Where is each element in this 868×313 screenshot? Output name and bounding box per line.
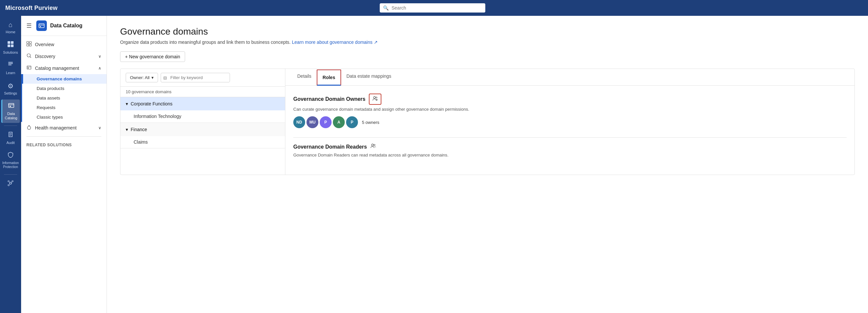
icon-nav: ⌂ Home Solutions Lear [0,16,21,313]
split-view: Owner: All ▾ ⊟ 10 governance domains ▾ C… [120,69,855,175]
readers-title: Governance Domain Readers [293,144,367,150]
audit-label: Audit [6,141,14,145]
data-catalog-icon [8,102,14,110]
domain-group-header-finance[interactable]: ▾ Finance [120,123,285,136]
hamburger-menu[interactable]: ☰ [25,21,33,31]
learn-label: Learn [6,71,15,75]
svg-rect-0 [8,41,10,44]
sidebar-sub-data-assets[interactable]: Data assets [22,93,106,103]
settings-icon: ⚙ [8,82,13,90]
search-icon: 🔍 [383,5,389,10]
domain-child-claims[interactable]: Claims [120,136,285,148]
svg-point-27 [27,54,30,57]
svg-rect-20 [39,24,44,28]
svg-rect-4 [8,62,13,63]
svg-point-32 [27,126,31,130]
info-protection-label: Information Protection [2,161,19,169]
owners-description: Can curate governance domain metadata an… [293,107,846,112]
owner-filter-label: Owner: All [130,75,150,80]
catalog-mgmt-chevron: ∧ [98,66,101,70]
settings-label: Settings [4,91,17,96]
svg-point-15 [12,180,13,182]
sidebar-item-overview[interactable]: Overview [21,39,106,50]
info-protection-icon [7,151,14,160]
health-mgmt-chevron: ∨ [98,126,101,130]
owners-avatars: ND MU P A P 5 owners [293,116,846,128]
sidebar-item-solutions[interactable]: Solutions [1,38,20,57]
sidebar-item-network[interactable] [1,177,20,191]
sidebar-sub-requests[interactable]: Requests [22,103,106,112]
owner-filter-button[interactable]: Owner: All ▾ [126,73,158,82]
details-content: Governance Domain Owners [285,86,855,175]
roles-divider [293,137,846,138]
tab-details[interactable]: Details [292,69,317,86]
domain-group-header-corporate-functions[interactable]: ▾ Corporate Functions [120,97,285,110]
sidebar-item-discovery[interactable]: Discovery ∨ [21,50,106,62]
health-mgmt-icon [26,125,32,131]
owners-count: 5 owners [362,120,379,125]
network-icon [7,180,14,188]
data-assets-label: Data assets [37,96,60,101]
svg-point-40 [374,144,375,146]
readers-description: Governance Domain Readers can read metad… [293,152,846,158]
subtitle-text: Organize data products into meaningful g… [120,39,291,45]
sidebar-sub-data-products[interactable]: Data products [22,84,106,93]
svg-point-16 [8,184,9,186]
domain-child-information-technology[interactable]: Information Technology [120,110,285,123]
catalog-mgmt-label: Catalog management [35,66,79,71]
sidebar-sub-classic-types[interactable]: Classic types [22,112,106,122]
governance-domains-label: Governance domains [37,76,82,81]
catalog-mgmt-icon [26,65,32,71]
avatar-p1: P [320,116,332,128]
solutions-icon [7,41,14,49]
learn-icon [7,61,14,70]
avatar-a: A [333,116,345,128]
keyword-filter-input[interactable] [161,73,230,82]
domain-count: 10 governance domains [120,86,285,97]
sidebar-sub-governance-domains[interactable]: Governance domains [22,74,106,84]
sidebar-item-info-protection[interactable]: Information Protection [1,149,20,172]
sidebar-item-catalog-management[interactable]: Catalog management ∧ [21,62,106,74]
svg-rect-22 [40,26,41,27]
learn-more-link[interactable]: Learn more about governance domains ↗ [292,39,378,45]
page-subtitle: Organize data products into meaningful g… [120,39,855,45]
svg-point-36 [376,97,377,98]
claims-label: Claims [134,139,148,145]
svg-point-39 [371,144,373,146]
tab-roles[interactable]: Roles [317,70,341,86]
domain-group-finance: ▾ Finance Claims [120,123,285,149]
tab-data-estate-mappings[interactable]: Data estate mappings [341,69,397,86]
svg-rect-2 [8,44,10,47]
svg-rect-24 [29,41,31,43]
search-wrapper: 🔍 [380,3,545,12]
solutions-label: Solutions [3,50,18,55]
search-input[interactable] [380,3,485,12]
health-mgmt-label: Health management [35,125,76,131]
sidebar-item-audit[interactable]: Audit [1,129,20,148]
overview-label: Overview [35,42,54,47]
readers-title-row: Governance Domain Readers [293,143,846,150]
sidebar-item-settings[interactable]: ⚙ Settings [1,79,20,98]
sidebar-divider [26,136,101,137]
svg-line-18 [11,182,12,182]
avatar-p2: P [346,116,358,128]
sidebar: ☰ Data Catalog [21,16,107,313]
audit-icon [7,131,14,139]
readers-section: Governance Domain Readers Governanc [293,143,846,158]
sidebar-item-learn[interactable]: Learn [1,59,20,78]
sidebar-item-home[interactable]: ⌂ Home [1,19,20,37]
sidebar-header: ☰ Data Catalog [21,16,106,36]
sidebar-item-data-catalog[interactable]: Data Catalog [1,100,20,123]
svg-point-14 [8,180,9,182]
owners-title-row: Governance Domain Owners [293,94,846,105]
requests-label: Requests [37,105,55,110]
new-governance-domain-button[interactable]: + New governance domain [120,51,185,62]
sidebar-item-health-management[interactable]: Health management ∨ [21,122,106,134]
svg-rect-26 [29,44,31,46]
add-owners-button[interactable] [369,94,381,105]
svg-point-35 [373,97,375,99]
svg-rect-23 [27,41,29,43]
overview-icon [26,41,32,48]
nav-divider-2 [4,174,17,175]
svg-line-28 [30,57,31,58]
